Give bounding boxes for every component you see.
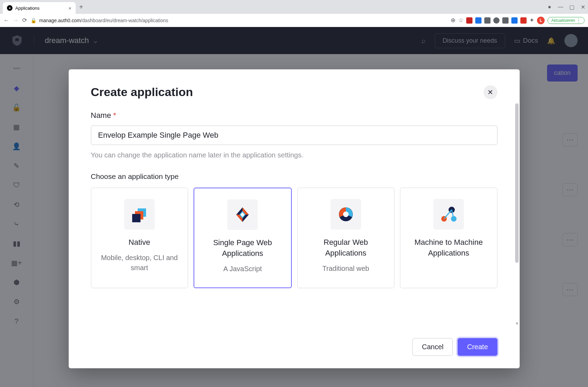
app-type-regular[interactable]: Regular Web Applications Traditional web: [297, 188, 395, 288]
extension-icon-4[interactable]: [493, 17, 500, 24]
regular-icon: [331, 199, 361, 230]
type-title: Single Page Web Applications: [199, 238, 286, 259]
type-title: Native: [96, 237, 183, 248]
close-window-button[interactable]: ✕: [580, 5, 585, 9]
modal-footer: Cancel Create: [69, 327, 520, 368]
extension-icon-1[interactable]: [466, 17, 472, 24]
m2m-icon: [433, 199, 464, 230]
type-desc: A JavaScript: [199, 264, 286, 274]
svg-point-4: [343, 212, 349, 217]
modal-title: Create application: [91, 85, 193, 99]
app-type-label: Choose an application type: [91, 172, 497, 181]
profile-avatar[interactable]: L: [537, 17, 545, 24]
modal-header: Create application ✕: [69, 69, 520, 103]
app-type-spa[interactable]: Single Page Web Applications A JavaScrip…: [194, 188, 292, 288]
address-bar: ← → ⟳ 🔒 manage.auth0.com/dashboard/eu/dr…: [0, 14, 588, 27]
app-type-native[interactable]: Native Mobile, desktop, CLI and smart: [91, 188, 188, 288]
type-desc: Traditional web: [302, 264, 390, 274]
application-name-input[interactable]: [91, 126, 497, 145]
maximize-button[interactable]: ▢: [569, 5, 574, 9]
tab-favicon: ✦: [7, 5, 12, 11]
spa-icon: [227, 199, 258, 230]
type-desc: Mobile, desktop, CLI and smart: [96, 253, 183, 273]
extensions-menu-icon[interactable]: ✦: [529, 17, 534, 24]
modal-body: ▾ Name * You can change the application …: [69, 103, 520, 327]
app-type-grid: Native Mobile, desktop, CLI and smart Si…: [91, 188, 497, 288]
close-tab-icon[interactable]: ×: [68, 5, 71, 11]
extension-icon-3[interactable]: [484, 17, 491, 24]
back-button[interactable]: ←: [3, 17, 9, 24]
create-application-modal: Create application ✕ ▾ Name * You can ch…: [69, 69, 520, 368]
svg-rect-2: [132, 214, 140, 222]
create-button[interactable]: Create: [458, 338, 497, 356]
scrollbar-thumb[interactable]: [515, 103, 519, 263]
browser-tab-strip: ✦ Applications × + ● — ▢ ✕: [0, 0, 588, 14]
extension-icon-5[interactable]: [502, 17, 509, 24]
zoom-icon[interactable]: ⊕: [451, 17, 455, 24]
url-box[interactable]: 🔒 manage.auth0.com/dashboard/eu/dream-wa…: [31, 18, 447, 23]
bookmark-icon[interactable]: ☆: [458, 17, 463, 24]
chrome-circle-icon[interactable]: ●: [547, 5, 552, 9]
native-icon: [124, 199, 155, 230]
new-tab-button[interactable]: +: [79, 3, 83, 11]
window-controls: ● — ▢ ✕: [547, 5, 585, 9]
svg-line-8: [444, 210, 452, 219]
minimize-button[interactable]: —: [558, 5, 563, 9]
modal-close-button[interactable]: ✕: [484, 85, 497, 99]
scrollbar-down-icon[interactable]: ▾: [516, 321, 518, 326]
extension-icons: ⊕ ☆ ✦ L Aktualisieren⋮: [451, 17, 585, 24]
extension-icon-6[interactable]: [511, 17, 518, 24]
type-title: Machine to Machine Applications: [405, 237, 492, 259]
tab-title: Applications: [15, 6, 40, 11]
url-text: manage.auth0.com/dashboard/eu/dream-watc…: [39, 18, 168, 23]
extension-icon-2[interactable]: [475, 17, 482, 24]
forward-button[interactable]: →: [13, 17, 19, 24]
app-type-m2m[interactable]: Machine to Machine Applications: [400, 188, 497, 288]
reload-button[interactable]: ⟳: [22, 17, 27, 24]
browser-tab[interactable]: ✦ Applications ×: [3, 2, 76, 14]
extension-icon-7[interactable]: [520, 17, 527, 24]
cancel-button[interactable]: Cancel: [412, 338, 453, 356]
name-hint: You can change the application name late…: [91, 151, 497, 159]
type-title: Regular Web Applications: [302, 237, 390, 259]
app-root: dream-watch ⌄ ⌕ Discuss your needs ▭ Doc…: [0, 27, 588, 387]
name-field-label: Name *: [91, 111, 497, 120]
lock-icon: 🔒: [31, 18, 36, 23]
refresh-pill[interactable]: Aktualisieren⋮: [547, 17, 585, 24]
